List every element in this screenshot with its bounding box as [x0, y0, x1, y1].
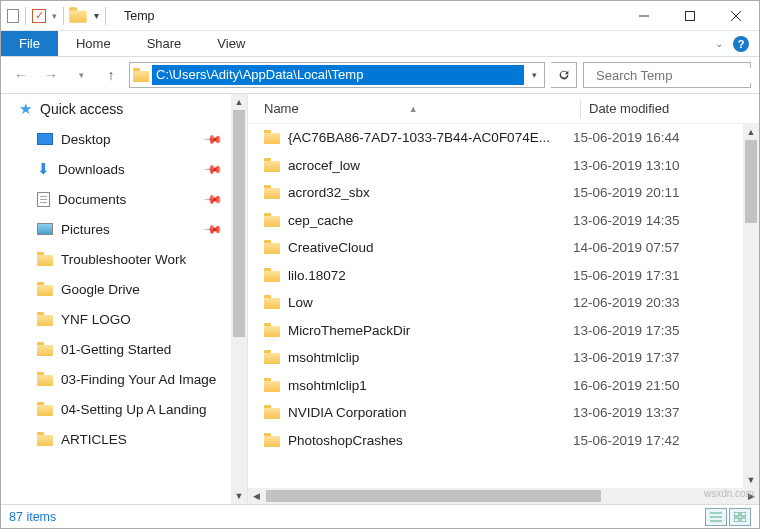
- file-tab[interactable]: File: [1, 31, 58, 56]
- tree-item[interactable]: Desktop📌: [1, 124, 231, 154]
- properties-icon[interactable]: [7, 9, 19, 23]
- tree-item[interactable]: ⬇Downloads📌: [1, 154, 231, 184]
- tree-item-label: ARTICLES: [61, 432, 127, 447]
- up-button[interactable]: ↑: [99, 63, 123, 87]
- file-name: NVIDIA Corporation: [288, 405, 407, 420]
- search-input[interactable]: [596, 68, 760, 83]
- column-date[interactable]: Date modified: [589, 101, 759, 116]
- file-row[interactable]: acrord32_sbx15-06-2019 20:11: [248, 179, 743, 207]
- tab-share[interactable]: Share: [129, 31, 200, 56]
- qat-dropdown-icon[interactable]: ▾: [52, 11, 57, 21]
- ribbon-expand-icon[interactable]: ⌄: [715, 38, 723, 49]
- column-divider[interactable]: [580, 100, 581, 118]
- file-row[interactable]: CreativeCloud14-06-2019 07:57: [248, 234, 743, 262]
- help-icon[interactable]: ?: [733, 36, 749, 52]
- tab-home[interactable]: Home: [58, 31, 129, 56]
- file-row[interactable]: lilo.1807215-06-2019 17:31: [248, 262, 743, 290]
- address-folder-icon: [130, 69, 152, 82]
- back-button[interactable]: ←: [9, 63, 33, 87]
- scroll-up-icon[interactable]: ▲: [743, 124, 759, 140]
- file-date: 13-06-2019 13:37: [573, 405, 743, 420]
- file-row[interactable]: msohtmlclip13-06-2019 17:37: [248, 344, 743, 372]
- file-date: 13-06-2019 17:35: [573, 323, 743, 338]
- close-button[interactable]: [713, 1, 759, 31]
- folder-icon: [37, 253, 53, 266]
- column-name[interactable]: Name ▲: [248, 101, 580, 116]
- scroll-up-icon[interactable]: ▲: [231, 94, 247, 110]
- scroll-left-icon[interactable]: ◀: [248, 491, 264, 501]
- address-path[interactable]: C:\Users\Adity\AppData\Local\Temp: [152, 65, 524, 85]
- file-date: 13-06-2019 17:37: [573, 350, 743, 365]
- file-row[interactable]: Low12-06-2019 20:33: [248, 289, 743, 317]
- tree-item[interactable]: 04-Setting Up A Landing: [1, 394, 231, 424]
- tree-item-label: Documents: [58, 192, 126, 207]
- tree-item[interactable]: Google Drive: [1, 274, 231, 304]
- maximize-button[interactable]: [667, 1, 713, 31]
- scroll-down-icon[interactable]: ▼: [231, 488, 247, 504]
- recent-locations-button[interactable]: ▾: [69, 63, 93, 87]
- tree-item[interactable]: Pictures📌: [1, 214, 231, 244]
- file-row[interactable]: cep_cache13-06-2019 14:35: [248, 207, 743, 235]
- file-name: CreativeCloud: [288, 240, 374, 255]
- file-row[interactable]: msohtmlclip116-06-2019 21:50: [248, 372, 743, 400]
- picture-icon: [37, 223, 53, 235]
- document-icon: [37, 192, 50, 207]
- file-name: msohtmlclip: [288, 350, 359, 365]
- tree-item[interactable]: ★Quick access: [1, 94, 231, 124]
- folder-icon: [37, 373, 53, 386]
- properties-check-icon[interactable]: ✓: [32, 9, 46, 23]
- tree-item[interactable]: YNF LOGO: [1, 304, 231, 334]
- tree-item[interactable]: Documents📌: [1, 184, 231, 214]
- tree-item-label: Pictures: [61, 222, 110, 237]
- sort-asc-icon: ▲: [409, 104, 418, 114]
- file-list: {AC76BA86-7AD7-1033-7B44-AC0F074E...15-0…: [248, 124, 743, 488]
- file-date: 16-06-2019 21:50: [573, 378, 743, 393]
- view-large-icons-button[interactable]: [729, 508, 751, 526]
- minimize-button[interactable]: [621, 1, 667, 31]
- separator: [63, 7, 64, 25]
- folder-icon: [264, 406, 280, 419]
- tree-item[interactable]: 03-Finding Your Ad Image: [1, 364, 231, 394]
- list-scrollbar-horizontal[interactable]: ◀ ▶: [248, 488, 759, 504]
- file-date: 15-06-2019 20:11: [573, 185, 743, 200]
- tree-item-label: 04-Setting Up A Landing: [61, 402, 207, 417]
- refresh-button[interactable]: [551, 62, 577, 88]
- list-scrollbar-vertical[interactable]: ▲ ▼: [743, 124, 759, 488]
- separator: [105, 7, 106, 25]
- navpane-scrollbar[interactable]: ▲ ▼: [231, 94, 247, 504]
- forward-button[interactable]: →: [39, 63, 63, 87]
- column-name-label: Name: [264, 101, 299, 116]
- file-row[interactable]: acrocef_low13-06-2019 13:10: [248, 152, 743, 180]
- tree-item[interactable]: 01-Getting Started: [1, 334, 231, 364]
- separator: [25, 7, 26, 25]
- folder-icon: [37, 283, 53, 296]
- file-date: 15-06-2019 16:44: [573, 130, 743, 145]
- tree-item[interactable]: ARTICLES: [1, 424, 231, 454]
- folder-icon: [264, 214, 280, 227]
- file-date: 15-06-2019 17:31: [573, 268, 743, 283]
- file-name: acrord32_sbx: [288, 185, 370, 200]
- file-name: PhotoshopCrashes: [288, 433, 403, 448]
- file-name: lilo.18072: [288, 268, 346, 283]
- quick-access-toolbar: ✓ ▾ ▾: [1, 7, 114, 25]
- file-row[interactable]: {AC76BA86-7AD7-1033-7B44-AC0F074E...15-0…: [248, 124, 743, 152]
- qat-overflow-icon[interactable]: ▾: [94, 10, 99, 21]
- file-row[interactable]: PhotoshopCrashes15-06-2019 17:42: [248, 427, 743, 455]
- folder-icon: [264, 269, 280, 282]
- svg-rect-10: [741, 512, 746, 516]
- svg-rect-1: [686, 11, 695, 20]
- view-details-button[interactable]: [705, 508, 727, 526]
- address-dropdown-icon[interactable]: ▾: [524, 70, 544, 80]
- tree-item[interactable]: Troubleshooter Work: [1, 244, 231, 274]
- folder-icon: [37, 313, 53, 326]
- folder-icon[interactable]: [69, 8, 87, 22]
- tree-item-label: Downloads: [58, 162, 125, 177]
- tab-view[interactable]: View: [199, 31, 263, 56]
- file-date: 13-06-2019 13:10: [573, 158, 743, 173]
- address-bar[interactable]: C:\Users\Adity\AppData\Local\Temp ▾: [129, 62, 545, 88]
- file-row[interactable]: NVIDIA Corporation13-06-2019 13:37: [248, 399, 743, 427]
- search-box[interactable]: [583, 62, 751, 88]
- scroll-down-icon[interactable]: ▼: [743, 472, 759, 488]
- file-date: 13-06-2019 14:35: [573, 213, 743, 228]
- file-row[interactable]: MicroThemePackDir13-06-2019 17:35: [248, 317, 743, 345]
